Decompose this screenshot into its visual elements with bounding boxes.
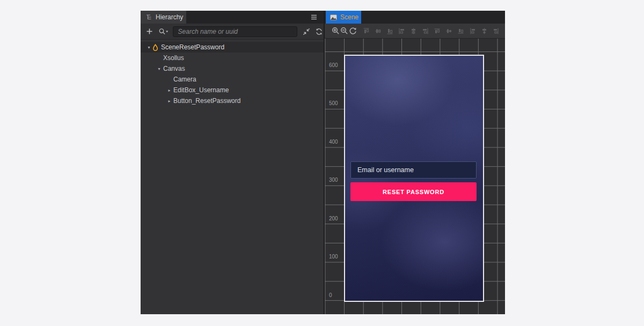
ruler-label-0: 0 (329, 292, 332, 298)
tree-expanded-arrow-icon[interactable]: ▾ (145, 45, 152, 50)
tree-item-SceneResetPassword[interactable]: ▾SceneResetPassword (141, 42, 324, 53)
tree-item-EditBox_Username[interactable]: ▸EditBox_Username (141, 85, 324, 95)
hierarchy-panel: Hierarchy ▾SceneResetPasswordXsollus▾Can… (141, 11, 324, 314)
tree-item-Canvas[interactable]: ▾Canvas (141, 63, 324, 74)
distribute-top-icon[interactable] (434, 27, 441, 35)
ruler-label-100: 100 (329, 254, 338, 260)
tree-item-Button_ResetPassword[interactable]: ▸Button_ResetPassword (141, 95, 324, 106)
tree-item-label: Canvas (163, 65, 185, 72)
scene-droplet-icon (152, 44, 160, 51)
tab-scene[interactable]: Scene (326, 11, 361, 24)
zoom-in-icon[interactable] (331, 27, 340, 35)
scene-image-icon (330, 14, 337, 20)
editor-window: Hierarchy ▾SceneResetPasswordXsollus▾Can… (141, 11, 505, 314)
reset-view-icon[interactable] (348, 27, 357, 35)
tree-item-label: Xsollus (163, 54, 184, 62)
hierarchy-tree: ▾SceneResetPasswordXsollus▾CanvasCamera▸… (141, 40, 324, 314)
plus-icon[interactable] (145, 28, 153, 35)
tab-hierarchy[interactable]: Hierarchy (141, 11, 186, 24)
align-tools-group (363, 27, 504, 35)
distribute-bottom-icon[interactable] (457, 27, 464, 35)
align-center-icon[interactable] (410, 27, 417, 35)
align-bottom-icon[interactable] (386, 27, 393, 35)
distribute-center-icon[interactable] (481, 27, 488, 35)
hierarchy-toolbar (141, 24, 324, 40)
editbox-username[interactable] (350, 161, 477, 179)
scene-tab-bar: Scene (325, 11, 505, 24)
distribute-left-icon[interactable] (469, 27, 476, 35)
scene-panel: Scene 6005004003002001000 RESET PASSWORD (325, 11, 505, 314)
editor-page: Hierarchy ▾SceneResetPasswordXsollus▾Can… (0, 0, 644, 326)
hamburger-icon[interactable] (310, 14, 318, 20)
reset-password-button[interactable]: RESET PASSWORD (350, 182, 477, 201)
tree-item-label: SceneResetPassword (161, 43, 224, 51)
ruler-label-400: 400 (329, 139, 338, 145)
scene-grid[interactable]: 6005004003002001000 RESET PASSWORD (325, 39, 505, 314)
hierarchy-tab-label: Hierarchy (156, 13, 183, 21)
hierarchy-tree-icon (145, 14, 152, 20)
collapse-all-icon[interactable] (302, 28, 311, 35)
ruler-label-200: 200 (329, 216, 338, 221)
tree-collapsed-arrow-icon[interactable]: ▸ (166, 88, 173, 93)
align-right-icon[interactable] (422, 27, 429, 35)
tree-item-Camera[interactable]: Camera (141, 74, 324, 85)
zoom-out-icon[interactable] (340, 27, 348, 35)
game-canvas[interactable]: RESET PASSWORD (344, 55, 484, 302)
search-input[interactable] (173, 26, 298, 37)
ruler-label-600: 600 (329, 62, 338, 68)
distribute-right-icon[interactable] (493, 27, 500, 35)
align-middle-icon[interactable] (375, 27, 382, 35)
align-top-icon[interactable] (363, 27, 370, 35)
scene-tab-label: Scene (340, 13, 358, 21)
ruler-label-500: 500 (329, 100, 338, 106)
tree-expanded-arrow-icon[interactable]: ▾ (156, 66, 163, 71)
search-dropdown-icon[interactable] (158, 28, 169, 35)
view-tools-group (331, 27, 357, 35)
distribute-middle-icon[interactable] (445, 27, 452, 35)
tree-item-label: Camera (173, 76, 196, 83)
scene-toolbar (325, 24, 505, 39)
align-left-icon[interactable] (398, 27, 405, 35)
tree-item-label: Button_ResetPassword (173, 97, 240, 105)
tree-item-Xsollus[interactable]: Xsollus (141, 53, 324, 63)
ruler-label-300: 300 (329, 177, 338, 183)
hierarchy-tab-bar: Hierarchy (141, 11, 324, 24)
tree-item-label: EditBox_Username (173, 86, 229, 94)
refresh-icon[interactable] (314, 28, 324, 35)
tree-collapsed-arrow-icon[interactable]: ▸ (166, 99, 173, 103)
